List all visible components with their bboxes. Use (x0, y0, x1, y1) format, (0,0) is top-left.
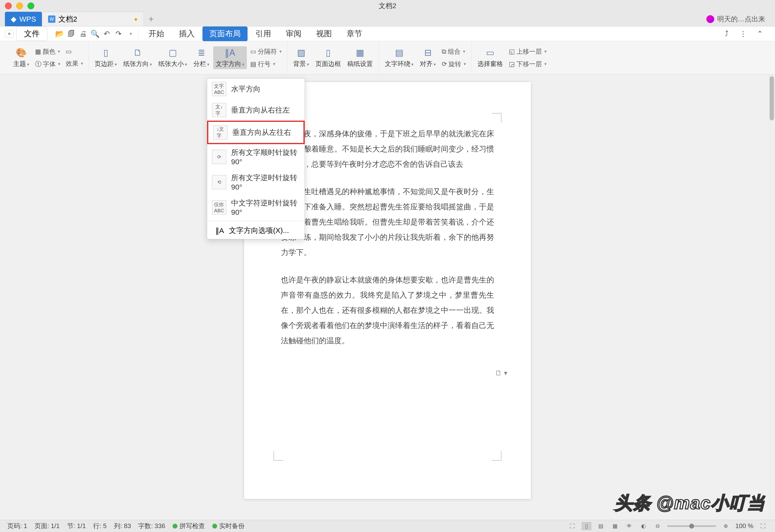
minimize-window-button[interactable] (16, 2, 23, 9)
theme-button[interactable]: 🎨 主题 (11, 46, 32, 69)
undo-icon[interactable]: ↶ (101, 28, 112, 39)
new-tab-button[interactable]: + (144, 12, 159, 26)
outlineview-button[interactable]: ▤ (596, 522, 605, 530)
webview-button[interactable]: ▦ (610, 522, 620, 530)
orientation-button[interactable]: 🗋纸张方向 (121, 46, 154, 69)
options-icon: ‖A (215, 226, 224, 235)
tab-wps-home[interactable]: ◆ WPS (5, 12, 42, 26)
green-dot-icon (172, 524, 177, 529)
dd-label: 垂直方向从左往右 (232, 127, 291, 137)
hamburger-menu-button[interactable]: ≡ (5, 30, 13, 38)
maximize-window-button[interactable] (27, 2, 34, 9)
ribbon: 🎨 主题 ▦颜色 ⓣ字体 ▭ 效果 ▯页边距 🗋纸张方向 ▢纸张大小 ≣分栏 ‖… (0, 41, 775, 74)
zoom-out-button[interactable]: ⊖ (653, 522, 662, 530)
status-spellcheck[interactable]: 拼写检查 (172, 522, 205, 530)
pageview-button[interactable]: ▯ (582, 522, 591, 530)
margin-button[interactable]: ▯页边距 (92, 46, 119, 69)
moveup-icon: ◱ (509, 48, 515, 55)
manuscript-button[interactable]: ▦稿纸设置 (345, 46, 375, 69)
menu-tab-view[interactable]: 视图 (309, 26, 339, 41)
dd-item-cn-ccw90[interactable]: 仅你ABC 中文字符逆时针旋转90° (207, 195, 305, 220)
font-icon: ⓣ (35, 60, 41, 68)
file-menu-button[interactable]: 文件 (16, 27, 47, 41)
movedown-button[interactable]: ◲下移一层 (507, 59, 549, 69)
dd-item-options[interactable]: ‖A 文字方向选项(X)... (207, 222, 305, 239)
user-area[interactable]: 明天的…点出来 (706, 12, 775, 26)
background-button[interactable]: ▨背景 (291, 46, 311, 69)
pageborder-icon: ▯ (323, 47, 333, 58)
effect-button[interactable]: 效果 (64, 58, 85, 69)
group-button[interactable]: ⧉组合 (440, 46, 468, 57)
fullscreen-button[interactable]: ⛶ (568, 522, 577, 530)
green-dot-icon (212, 524, 217, 529)
status-line[interactable]: 行: 5 (93, 522, 107, 530)
color-button[interactable]: ▦颜色 (33, 46, 62, 57)
font-button[interactable]: ⓣ字体 (33, 59, 62, 69)
redo-icon[interactable]: ↷ (113, 28, 124, 39)
focusview-button[interactable]: ◐ (639, 522, 648, 530)
window-title: 文档2 (379, 1, 396, 11)
tab-document[interactable]: W 文档2 ● (42, 12, 144, 26)
linenumber-button[interactable]: ▤行号 (248, 59, 283, 69)
dd-item-cw90[interactable]: ⟳ 所有文字顺时针旋转90° (207, 144, 305, 169)
tabbar: ◆ WPS W 文档2 ● + 明天的…点出来 (0, 12, 775, 26)
rotate-button[interactable]: ⟳旋转 (440, 59, 468, 69)
size-button[interactable]: ▢纸张大小 (156, 46, 189, 69)
quick-access-dropdown[interactable] (125, 28, 135, 39)
scrollbar-thumb[interactable] (770, 76, 774, 120)
status-page[interactable]: 页面: 1/1 (35, 522, 60, 530)
pageborder-button[interactable]: ▯页面边框 (313, 46, 343, 69)
dd-label: 垂直方向从右往左 (231, 105, 290, 115)
status-section[interactable]: 节: 1/1 (67, 522, 86, 530)
ribbon-group-background: ▨背景 ▯页面边框 ▦稿纸设置 (287, 41, 379, 74)
menu-tab-reference[interactable]: 引用 (248, 26, 278, 41)
save-icon[interactable]: 🗐 (66, 28, 77, 39)
menu-tab-start[interactable]: 开始 (142, 26, 171, 41)
page-content[interactable]: 日的熬夜，深感身体的疲倦，于是下班之后早早的就洗漱完在床上，酝酿着睡意。不知是长… (281, 126, 494, 348)
collapse-ribbon-icon[interactable]: ⌃ (754, 28, 765, 39)
textwrap-button[interactable]: ▤文字环绕 (382, 46, 416, 69)
dropdown-separator (207, 221, 305, 221)
separator-button[interactable]: ▭分隔符 (248, 46, 283, 57)
zoom-slider-thumb[interactable] (689, 524, 694, 529)
open-icon[interactable]: 📂 (54, 28, 65, 39)
more-icon[interactable]: ⋮ (738, 28, 749, 39)
wps-logo-icon: ◆ (11, 15, 16, 23)
fit-button[interactable]: ⛶ (758, 522, 768, 530)
dd-item-ccw90[interactable]: ⟲ 所有文字逆时针旋转90° (207, 169, 305, 195)
paragraph-1[interactable]: 日的熬夜，深感身体的疲倦，于是下班之后早早的就洗漱完在床上，酝酿着睡意。不知是长… (281, 126, 494, 172)
dd-item-horizontal[interactable]: 文字ABC 水平方向 (207, 78, 305, 99)
status-col[interactable]: 列: 83 (114, 522, 131, 530)
moveup-button[interactable]: ◱上移一层 (507, 46, 549, 57)
rotate-icon: ⟳ (442, 60, 447, 68)
status-backup[interactable]: 实时备份 (212, 522, 245, 530)
dd-item-vertical-rtl[interactable]: 文↓字 垂直方向从右往左 (207, 99, 305, 121)
menu-tab-insert[interactable]: 插入 (172, 26, 201, 41)
close-window-button[interactable] (5, 2, 12, 9)
menu-tab-chapter[interactable]: 章节 (340, 26, 369, 41)
vertical-scrollbar[interactable] (769, 75, 775, 520)
zoom-slider[interactable] (667, 525, 716, 527)
align-button[interactable]: ⊟对齐 (418, 46, 438, 69)
print-icon[interactable]: 🖨 (78, 28, 88, 39)
status-wordcount[interactable]: 字数: 336 (138, 522, 165, 530)
dash-button[interactable]: ▭ (64, 47, 85, 56)
ribbon-group-page: ▯页边距 🗋纸张方向 ▢纸张大小 ≣分栏 ‖A文字方向 ▭分隔符 ▤行号 (89, 41, 287, 74)
size-icon: ▢ (167, 47, 178, 58)
text-direction-button[interactable]: ‖A文字方向 (213, 46, 247, 69)
selectpane-button[interactable]: ▭选择窗格 (475, 46, 506, 69)
zoom-level[interactable]: 100 % (735, 522, 753, 530)
readview-button[interactable]: 👁 (625, 522, 634, 530)
paragraph-3[interactable]: 也许是午夜的静寂让本就疲倦的身体想要安歇，也许是曹先生的声音带有蛊惑的效力。我终… (281, 273, 494, 348)
menu-tab-pagelayout[interactable]: 页面布局 (202, 26, 247, 41)
print-preview-icon[interactable]: 🔍 (89, 28, 100, 39)
status-pagenum[interactable]: 页码: 1 (7, 522, 27, 530)
zoom-in-button[interactable]: ⊕ (721, 522, 730, 530)
titlebar: 文档2 (0, 0, 775, 12)
share-icon[interactable]: ⤴ (721, 28, 732, 39)
dd-item-vertical-ltr[interactable]: ↓文字 垂直方向从左往右 (207, 121, 305, 144)
section-marker[interactable]: 🗋 ▾ (495, 369, 507, 377)
paragraph-2[interactable]: 和曹先生吐槽遇见的种种尴尬事情，不知觉间又是午夜时分，生的催促下准备入睡。突然想… (281, 184, 494, 260)
menu-tab-review[interactable]: 审阅 (279, 26, 308, 41)
columns-button[interactable]: ≣分栏 (191, 46, 212, 69)
